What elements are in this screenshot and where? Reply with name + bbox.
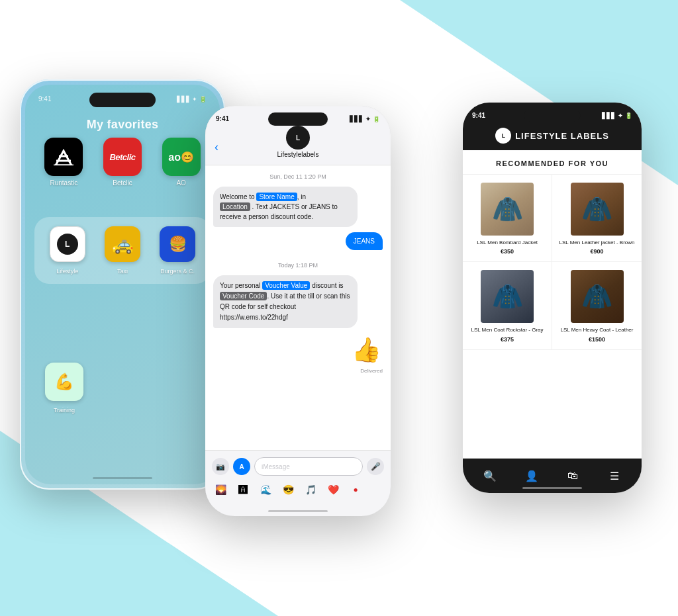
lsl-body: RECOMMENDED FOR YOU 🧥 LSL Men Bombard Ja…	[463, 150, 642, 459]
lifestyle-label: Lifestyle	[56, 268, 78, 275]
burgers-label: Burgers & C.	[161, 268, 195, 275]
msg-bubble-voucher: Your personal Voucher Value discount is …	[213, 275, 358, 328]
msg-bubble-1: Welcome to Store Name, in Location . Tex…	[213, 187, 358, 227]
training-label: Training	[54, 407, 75, 414]
burgers-icon: 🍔	[160, 226, 195, 262]
photos-strip-icon[interactable]: 🌄	[212, 481, 229, 498]
imessage-time: 9:41	[216, 115, 229, 122]
training-icon: 💪	[45, 363, 83, 401]
imessage-input-row: 📷 A iMessage 🎤	[205, 451, 391, 481]
app-item-taxi[interactable]: 🚕 Taxi	[99, 226, 146, 275]
adidas-label: Runtastic	[50, 179, 77, 187]
app-item-training[interactable]: 💪 Training	[45, 363, 83, 414]
nav-user-icon[interactable]: 👤	[521, 465, 542, 486]
product-item-4[interactable]: 🧥 LSL Men Heavy Coat - Leather €1500	[552, 262, 642, 349]
adidas-icon	[44, 138, 83, 176]
ao-label: AO	[176, 179, 185, 187]
phone-middle-notch	[268, 112, 328, 126]
contact-avatar: L	[286, 126, 310, 150]
home-indicator-mid	[268, 510, 328, 512]
product-img-2: 🧥	[571, 183, 624, 236]
msg-timestamp-2: Today 1:18 PM	[213, 262, 383, 269]
taxi-label: Taxi	[117, 268, 128, 275]
product-img-3: 🧥	[481, 270, 534, 323]
imessage-input-area: 📷 A iMessage 🎤 🌄 🅰 🌊 😎 🎵 ❤️ ●	[205, 450, 391, 516]
app-item-betclic[interactable]: Betclic Betclic	[99, 138, 147, 187]
lifestyle-icon: L	[50, 226, 85, 262]
camera-icon[interactable]: 📷	[212, 458, 229, 475]
imessage-apps-row: 🌄 🅰 🌊 😎 🎵 ❤️ ●	[205, 481, 391, 498]
emoji-strip-icon[interactable]: 😎	[279, 481, 297, 498]
status-time-left: 9:41	[38, 95, 51, 103]
voucher-code-tag: Voucher Code	[220, 292, 267, 300]
msg1-middle: , in	[297, 193, 306, 200]
product-name-3: LSL Men Coat Rockstar - Gray	[471, 327, 543, 333]
product-img-4: 🧥	[571, 270, 624, 323]
lsl-status-time: 9:41	[472, 112, 485, 119]
product-name-4: LSL Men Heavy Coat - Leather	[561, 327, 634, 333]
lsl-section-title: RECOMMENDED FOR YOU	[463, 150, 642, 175]
app-item-burgers[interactable]: 🍔 Burgers & C.	[154, 226, 201, 275]
app-folder: L Lifestyle 🚕 Taxi 🍔 Burgers & C.	[34, 217, 211, 284]
lsl-logo-icon: L	[495, 128, 511, 144]
phone-left-inner: 9:41 ▋▋▋ ✦ 🔋 My favorites Runtastic	[25, 85, 220, 484]
product-item-3[interactable]: 🧥 LSL Men Coat Rockstar - Gray €375	[463, 262, 552, 349]
product-name-2: LSL Men Leather jacket - Brown	[559, 240, 635, 246]
product-item-1[interactable]: 🧥 LSL Men Bombard Jacket €350	[463, 175, 552, 262]
phone-left-title: My favorites	[25, 118, 220, 132]
heart-strip-icon[interactable]: ❤️	[324, 481, 342, 498]
product-price-4: €1500	[589, 336, 605, 343]
phone-left-notch	[89, 93, 156, 107]
phone-middle: 9:41 ▋▋▋ ✦ 🔋 ‹ L Lifestylelabels Sun, De…	[205, 106, 391, 516]
product-name-1: LSL Men Bombard Jacket	[477, 240, 538, 246]
product-price-1: €350	[501, 248, 514, 255]
status-icons-left: ▋▋▋ ✦ 🔋	[177, 95, 207, 103]
contact-name: Lifestylelabels	[277, 151, 319, 158]
lsl-brand-name: LIFESTYLE LABELS	[515, 131, 609, 141]
lsl-status-icons: ▋▋▋ ✦ 🔋	[602, 112, 632, 119]
nav-search-icon[interactable]: 🔍	[479, 465, 501, 486]
home-indicator-right	[522, 487, 582, 489]
msg1-before: Welcome to	[220, 193, 256, 200]
mic-icon[interactable]: 🎤	[367, 458, 384, 475]
product-price-3: €375	[501, 336, 514, 343]
product-img-1: 🧥	[481, 183, 534, 236]
msg-bubble-reply: JEANS	[346, 232, 383, 250]
lsl-product-grid: 🧥 LSL Men Bombard Jacket €350 🧥 LSL Men …	[463, 175, 642, 350]
app-item-ao[interactable]: ao😊 AO	[157, 138, 205, 187]
app-item-lifestyle[interactable]: L Lifestyle	[44, 226, 91, 275]
msg3-middle: discount is	[310, 282, 343, 289]
app-grid-top: Runtastic Betclic Betclic ao😊 AO	[34, 138, 211, 187]
betclic-icon: Betclic	[103, 138, 142, 176]
msg3-before: Your personal	[220, 282, 262, 289]
delivered-text: Delivered	[360, 368, 383, 374]
product-price-2: €900	[590, 248, 603, 255]
imessage-status-icons: ▋▋▋ ✦ 🔋	[350, 116, 380, 122]
nav-menu-icon[interactable]: ☰	[604, 465, 625, 486]
app-item-adidas[interactable]: Runtastic	[40, 138, 88, 187]
phone-right: 9:41 ▋▋▋ ✦ 🔋 L LIFESTYLE LABELS RECOMMEN…	[463, 103, 642, 493]
imessage-text-input[interactable]: iMessage	[254, 457, 363, 476]
appstore-strip-icon[interactable]: 🅰	[234, 481, 252, 498]
red-circle-strip-icon[interactable]: ●	[347, 481, 364, 498]
app-store-icon[interactable]: A	[233, 458, 250, 475]
location-tag: Location	[220, 202, 250, 211]
phone-right-notch	[524, 109, 581, 122]
input-placeholder: iMessage	[262, 463, 290, 470]
ao-icon: ao😊	[162, 138, 201, 176]
back-button[interactable]: ‹	[215, 140, 218, 154]
wave-strip-icon[interactable]: 🌊	[257, 481, 274, 498]
betclic-label: Betclic	[113, 179, 132, 187]
store-name-tag: Store Name	[256, 193, 297, 201]
thumbs-up-bubble: 👍	[350, 333, 383, 367]
music-strip-icon[interactable]: 🎵	[302, 481, 319, 498]
phone-left: 9:41 ▋▋▋ ✦ 🔋 My favorites Runtastic	[20, 79, 225, 490]
product-item-2[interactable]: 🧥 LSL Men Leather jacket - Brown €900	[552, 175, 642, 262]
msg-timestamp-1: Sun, Dec 11 1:20 PM	[213, 173, 383, 180]
nav-cart-icon[interactable]: 🛍	[562, 465, 583, 486]
imessage-body: Sun, Dec 11 1:20 PM Welcome to Store Nam…	[205, 165, 391, 450]
taxi-icon: 🚕	[105, 226, 140, 262]
home-indicator-left	[93, 477, 152, 479]
voucher-value-tag: Voucher Value	[262, 281, 310, 290]
folder-grid: L Lifestyle 🚕 Taxi 🍔 Burgers & C.	[44, 226, 201, 275]
